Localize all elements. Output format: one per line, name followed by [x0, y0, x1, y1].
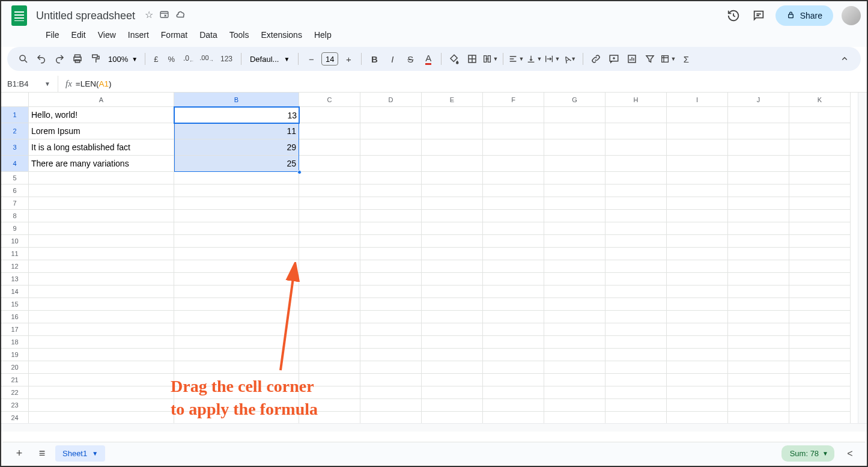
cell[interactable]	[728, 412, 789, 424]
select-all-corner[interactable]	[1, 93, 29, 107]
cell[interactable]	[422, 323, 483, 336]
row-header-7[interactable]: 7	[1, 197, 29, 210]
cell[interactable]	[174, 172, 299, 185]
cell[interactable]	[29, 399, 174, 412]
cell[interactable]	[483, 336, 544, 349]
insert-comment-icon[interactable]	[606, 51, 622, 67]
explore-icon[interactable]: <	[842, 445, 858, 462]
cell[interactable]	[29, 185, 174, 197]
cell[interactable]	[422, 311, 483, 323]
cell[interactable]	[667, 311, 728, 323]
row-header-18[interactable]: 18	[1, 336, 29, 349]
cell[interactable]	[544, 156, 605, 172]
cell[interactable]	[605, 399, 667, 412]
redo-icon[interactable]	[52, 51, 67, 67]
cell[interactable]	[789, 172, 851, 185]
cell[interactable]	[422, 298, 483, 311]
cell[interactable]	[422, 374, 483, 386]
history-icon[interactable]	[725, 7, 742, 24]
sheet-tab[interactable]: Sheet1▼	[55, 445, 105, 462]
cell[interactable]	[422, 107, 483, 123]
cell[interactable]	[174, 399, 299, 412]
cell[interactable]	[667, 273, 728, 285]
col-header-A[interactable]: A	[29, 93, 174, 107]
cell[interactable]	[605, 298, 667, 311]
cell[interactable]	[544, 185, 605, 197]
cell[interactable]	[544, 285, 605, 298]
comment-icon[interactable]	[750, 7, 767, 24]
cell[interactable]	[422, 386, 483, 399]
cell[interactable]	[789, 412, 851, 424]
cell[interactable]	[299, 172, 360, 185]
cell[interactable]	[789, 399, 851, 412]
cell[interactable]	[544, 386, 605, 399]
cell[interactable]	[789, 210, 851, 222]
insert-chart-icon[interactable]	[624, 51, 640, 67]
row-header-19[interactable]: 19	[1, 349, 29, 361]
cell[interactable]	[483, 399, 544, 412]
cell[interactable]	[360, 273, 422, 285]
increase-font-icon[interactable]: +	[341, 51, 356, 67]
cell[interactable]	[483, 361, 544, 374]
col-header-E[interactable]: E	[422, 93, 483, 107]
merge-icon[interactable]: ▼	[482, 51, 498, 67]
cell[interactable]	[667, 156, 728, 172]
cell[interactable]	[605, 336, 667, 349]
cell[interactable]	[422, 349, 483, 361]
menu-file[interactable]: File	[41, 28, 64, 42]
cell[interactable]	[667, 197, 728, 210]
cell[interactable]	[360, 107, 422, 123]
cell[interactable]	[728, 336, 789, 349]
row-header-11[interactable]: 11	[1, 248, 29, 260]
cell[interactable]	[29, 248, 174, 260]
cell[interactable]	[544, 298, 605, 311]
cell[interactable]	[789, 311, 851, 323]
cloud-icon[interactable]	[175, 9, 186, 22]
cell[interactable]	[299, 260, 360, 273]
cell[interactable]	[422, 197, 483, 210]
zoom-select[interactable]: 100%▼	[106, 55, 140, 64]
row-header-9[interactable]: 9	[1, 222, 29, 235]
cell[interactable]	[29, 210, 174, 222]
font-size-input[interactable]: 14	[321, 52, 338, 66]
wrap-icon[interactable]: ▼	[544, 51, 560, 67]
cell[interactable]	[728, 349, 789, 361]
cell[interactable]	[299, 156, 360, 172]
spreadsheet-grid[interactable]: ABCDEFGHIJK 1234567891011121314151617181…	[1, 93, 867, 432]
cell[interactable]	[483, 185, 544, 197]
cell[interactable]	[544, 260, 605, 273]
move-icon[interactable]	[159, 9, 169, 22]
cell[interactable]	[728, 235, 789, 248]
functions-icon[interactable]: Σ	[678, 51, 694, 67]
cell[interactable]	[605, 260, 667, 273]
cell[interactable]	[667, 361, 728, 374]
cell[interactable]	[544, 311, 605, 323]
cell[interactable]	[789, 323, 851, 336]
row-header-8[interactable]: 8	[1, 210, 29, 222]
cell[interactable]	[360, 311, 422, 323]
cell[interactable]	[667, 210, 728, 222]
avatar[interactable]	[842, 6, 861, 25]
cell[interactable]	[360, 235, 422, 248]
cell[interactable]	[422, 273, 483, 285]
cell[interactable]	[174, 374, 299, 386]
cell[interactable]	[728, 139, 789, 156]
row-header-10[interactable]: 10	[1, 235, 29, 248]
percent-button[interactable]: %	[164, 51, 178, 67]
cell[interactable]	[360, 298, 422, 311]
cell[interactable]	[667, 285, 728, 298]
col-header-D[interactable]: D	[360, 93, 422, 107]
cell[interactable]	[422, 412, 483, 424]
cell[interactable]	[789, 349, 851, 361]
cell[interactable]	[174, 248, 299, 260]
cell[interactable]: Hello, world!	[29, 107, 174, 123]
cell[interactable]	[360, 210, 422, 222]
cell[interactable]	[728, 361, 789, 374]
collapse-toolbar-icon[interactable]	[837, 51, 852, 67]
cell[interactable]	[483, 311, 544, 323]
cell[interactable]	[483, 210, 544, 222]
cell[interactable]	[667, 139, 728, 156]
cell[interactable]	[29, 336, 174, 349]
cell[interactable]	[422, 185, 483, 197]
cell[interactable]	[360, 412, 422, 424]
